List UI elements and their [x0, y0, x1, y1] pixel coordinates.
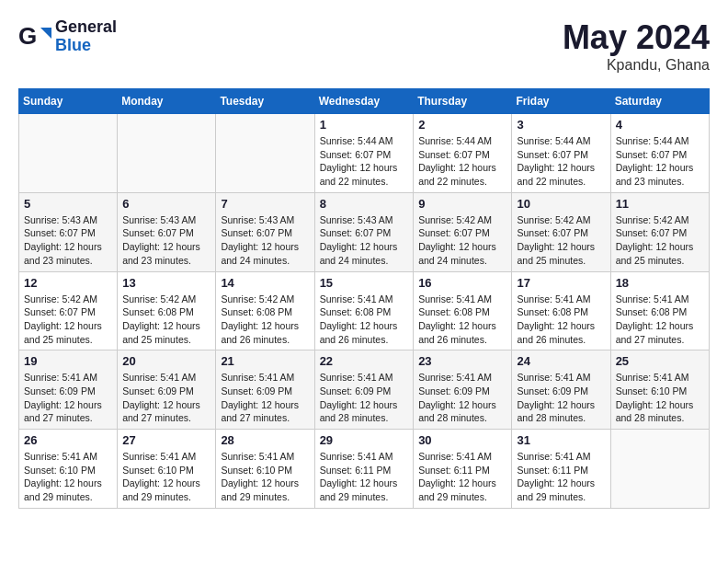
- weekday-header-row: SundayMondayTuesdayWednesdayThursdayFrid…: [19, 89, 710, 114]
- calendar-week-row: 5Sunrise: 5:43 AM Sunset: 6:07 PM Daylig…: [19, 192, 710, 271]
- day-number: 22: [320, 354, 409, 368]
- day-info: Sunrise: 5:41 AM Sunset: 6:09 PM Dayligh…: [517, 371, 605, 425]
- calendar-cell: 5Sunrise: 5:43 AM Sunset: 6:07 PM Daylig…: [19, 192, 118, 271]
- day-info: Sunrise: 5:43 AM Sunset: 6:07 PM Dayligh…: [320, 213, 409, 268]
- logo: G General Blue: [18, 18, 117, 55]
- day-info: Sunrise: 5:44 AM Sunset: 6:07 PM Dayligh…: [418, 134, 506, 189]
- calendar-cell: 20Sunrise: 5:41 AM Sunset: 6:09 PM Dayli…: [118, 350, 216, 430]
- day-number: 10: [517, 197, 605, 211]
- day-info: Sunrise: 5:42 AM Sunset: 6:07 PM Dayligh…: [517, 213, 605, 268]
- calendar-cell: 16Sunrise: 5:41 AM Sunset: 6:08 PM Dayli…: [414, 271, 512, 350]
- day-info: Sunrise: 5:41 AM Sunset: 6:10 PM Dayligh…: [24, 450, 112, 504]
- day-number: 7: [221, 197, 309, 211]
- calendar-cell: 3Sunrise: 5:44 AM Sunset: 6:07 PM Daylig…: [512, 114, 610, 193]
- calendar-cell: 18Sunrise: 5:41 AM Sunset: 6:08 PM Dayli…: [610, 271, 709, 350]
- day-number: 4: [616, 118, 704, 132]
- day-number: 29: [320, 433, 409, 447]
- day-info: Sunrise: 5:41 AM Sunset: 6:09 PM Dayligh…: [221, 371, 309, 425]
- svg-text:G: G: [18, 22, 37, 50]
- calendar-cell: 25Sunrise: 5:41 AM Sunset: 6:10 PM Dayli…: [610, 350, 709, 430]
- calendar-cell: 12Sunrise: 5:42 AM Sunset: 6:07 PM Dayli…: [19, 271, 118, 350]
- calendar-cell: [118, 114, 216, 193]
- day-number: 30: [418, 433, 506, 447]
- logo-blue: Blue: [55, 37, 91, 55]
- day-number: 24: [517, 354, 605, 368]
- calendar-cell: 29Sunrise: 5:41 AM Sunset: 6:11 PM Dayli…: [314, 430, 414, 509]
- calendar-week-row: 26Sunrise: 5:41 AM Sunset: 6:10 PM Dayli…: [19, 430, 710, 509]
- day-number: 20: [122, 354, 210, 368]
- day-number: 18: [616, 276, 704, 290]
- day-info: Sunrise: 5:44 AM Sunset: 6:07 PM Dayligh…: [616, 134, 704, 189]
- svg-marker-1: [40, 28, 51, 39]
- logo-text-block: General Blue: [55, 18, 117, 55]
- day-number: 14: [221, 276, 309, 290]
- calendar-cell: 13Sunrise: 5:42 AM Sunset: 6:08 PM Dayli…: [118, 271, 216, 350]
- weekday-header-thursday: Thursday: [414, 89, 512, 114]
- day-number: 16: [418, 276, 506, 290]
- calendar-header: SundayMondayTuesdayWednesdayThursdayFrid…: [19, 89, 710, 114]
- calendar-cell: 30Sunrise: 5:41 AM Sunset: 6:11 PM Dayli…: [414, 430, 512, 509]
- day-number: 1: [320, 118, 409, 132]
- day-number: 27: [122, 433, 210, 447]
- calendar-cell: 14Sunrise: 5:42 AM Sunset: 6:08 PM Dayli…: [216, 271, 314, 350]
- logo-general: General: [55, 18, 117, 37]
- day-number: 31: [517, 433, 605, 447]
- day-number: 26: [24, 433, 112, 447]
- calendar-cell: 8Sunrise: 5:43 AM Sunset: 6:07 PM Daylig…: [314, 192, 414, 271]
- calendar-cell: 7Sunrise: 5:43 AM Sunset: 6:07 PM Daylig…: [216, 192, 314, 271]
- calendar-cell: 19Sunrise: 5:41 AM Sunset: 6:09 PM Dayli…: [19, 350, 118, 430]
- calendar-cell: 1Sunrise: 5:44 AM Sunset: 6:07 PM Daylig…: [314, 114, 414, 193]
- weekday-header-sunday: Sunday: [19, 89, 118, 114]
- day-number: 23: [418, 354, 506, 368]
- weekday-header-tuesday: Tuesday: [216, 89, 314, 114]
- calendar-cell: 4Sunrise: 5:44 AM Sunset: 6:07 PM Daylig…: [610, 114, 709, 193]
- weekday-header-wednesday: Wednesday: [314, 89, 414, 114]
- day-number: 8: [320, 197, 409, 211]
- calendar-week-row: 19Sunrise: 5:41 AM Sunset: 6:09 PM Dayli…: [19, 350, 710, 430]
- logo-icon: G: [18, 20, 51, 53]
- calendar-cell: 10Sunrise: 5:42 AM Sunset: 6:07 PM Dayli…: [512, 192, 610, 271]
- calendar-cell: 24Sunrise: 5:41 AM Sunset: 6:09 PM Dayli…: [512, 350, 610, 430]
- weekday-header-monday: Monday: [118, 89, 216, 114]
- day-number: 21: [221, 354, 309, 368]
- day-info: Sunrise: 5:41 AM Sunset: 6:09 PM Dayligh…: [418, 371, 506, 425]
- day-info: Sunrise: 5:43 AM Sunset: 6:07 PM Dayligh…: [122, 213, 210, 268]
- day-info: Sunrise: 5:44 AM Sunset: 6:07 PM Dayligh…: [517, 134, 605, 189]
- day-info: Sunrise: 5:41 AM Sunset: 6:09 PM Dayligh…: [320, 371, 409, 425]
- calendar-cell: 31Sunrise: 5:41 AM Sunset: 6:11 PM Dayli…: [512, 430, 610, 509]
- day-number: 17: [517, 276, 605, 290]
- day-info: Sunrise: 5:41 AM Sunset: 6:08 PM Dayligh…: [616, 293, 704, 347]
- day-info: Sunrise: 5:42 AM Sunset: 6:07 PM Dayligh…: [616, 213, 704, 268]
- calendar-cell: 21Sunrise: 5:41 AM Sunset: 6:09 PM Dayli…: [216, 350, 314, 430]
- day-info: Sunrise: 5:42 AM Sunset: 6:07 PM Dayligh…: [24, 293, 112, 347]
- day-info: Sunrise: 5:42 AM Sunset: 6:07 PM Dayligh…: [418, 213, 506, 268]
- location-subtitle: Kpandu, Ghana: [563, 57, 710, 74]
- calendar-week-row: 1Sunrise: 5:44 AM Sunset: 6:07 PM Daylig…: [19, 114, 710, 193]
- day-number: 12: [24, 276, 112, 290]
- day-info: Sunrise: 5:43 AM Sunset: 6:07 PM Dayligh…: [221, 213, 309, 268]
- calendar-cell: 2Sunrise: 5:44 AM Sunset: 6:07 PM Daylig…: [414, 114, 512, 193]
- day-info: Sunrise: 5:41 AM Sunset: 6:08 PM Dayligh…: [320, 293, 409, 347]
- page-header: G General Blue May 2024 Kpandu, Ghana: [18, 18, 710, 74]
- day-info: Sunrise: 5:41 AM Sunset: 6:11 PM Dayligh…: [418, 450, 506, 504]
- day-number: 25: [616, 354, 704, 368]
- calendar-cell: 6Sunrise: 5:43 AM Sunset: 6:07 PM Daylig…: [118, 192, 216, 271]
- day-number: 19: [24, 354, 112, 368]
- calendar-cell: 22Sunrise: 5:41 AM Sunset: 6:09 PM Dayli…: [314, 350, 414, 430]
- title-block: May 2024 Kpandu, Ghana: [563, 18, 710, 74]
- day-info: Sunrise: 5:41 AM Sunset: 6:08 PM Dayligh…: [517, 293, 605, 347]
- calendar-cell: 23Sunrise: 5:41 AM Sunset: 6:09 PM Dayli…: [414, 350, 512, 430]
- day-info: Sunrise: 5:41 AM Sunset: 6:09 PM Dayligh…: [122, 371, 210, 425]
- calendar-cell: [19, 114, 118, 193]
- day-number: 11: [616, 197, 704, 211]
- day-info: Sunrise: 5:41 AM Sunset: 6:10 PM Dayligh…: [221, 450, 309, 504]
- day-number: 5: [24, 197, 112, 211]
- day-info: Sunrise: 5:41 AM Sunset: 6:08 PM Dayligh…: [418, 293, 506, 347]
- day-number: 28: [221, 433, 309, 447]
- calendar-cell: 15Sunrise: 5:41 AM Sunset: 6:08 PM Dayli…: [314, 271, 414, 350]
- day-info: Sunrise: 5:44 AM Sunset: 6:07 PM Dayligh…: [320, 134, 409, 189]
- day-info: Sunrise: 5:41 AM Sunset: 6:11 PM Dayligh…: [320, 450, 409, 504]
- calendar-cell: 27Sunrise: 5:41 AM Sunset: 6:10 PM Dayli…: [118, 430, 216, 509]
- calendar-table: SundayMondayTuesdayWednesdayThursdayFrid…: [18, 88, 710, 509]
- day-info: Sunrise: 5:42 AM Sunset: 6:08 PM Dayligh…: [221, 293, 309, 347]
